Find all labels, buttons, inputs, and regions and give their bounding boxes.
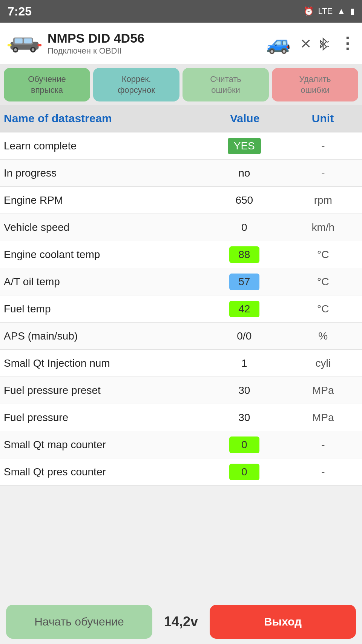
cell-unit: -: [288, 140, 358, 152]
exit-button[interactable]: Выход: [210, 605, 356, 639]
table-row: Fuel pressure preset30MPa: [0, 377, 362, 404]
table-row: Engine RPM650rpm: [0, 187, 362, 214]
th-unit: Unit: [287, 112, 358, 125]
cell-unit: -: [288, 167, 358, 179]
table-row: In progressno-: [0, 160, 362, 187]
bottom-bar: Начать обучение 14,2v Выход: [0, 599, 362, 644]
cell-name: APS (main/sub): [4, 326, 201, 347]
cell-value: 30: [201, 409, 288, 427]
table-row: Small Qt pres counter0-: [0, 458, 362, 486]
header-text: NMPS DID 4D56 Подключен к OBDII: [48, 31, 144, 56]
battery-icon: ▮: [350, 6, 354, 16]
header-action-icons: 🚙 ⨯ ⋮: [266, 32, 354, 55]
korrek-button[interactable]: Коррек.форсунок: [93, 68, 179, 101]
cell-value: 57: [201, 271, 288, 293]
cell-unit: cyli: [288, 357, 358, 369]
svg-line-11: [327, 46, 329, 47]
app-subtitle: Подключен к OBDII: [48, 46, 144, 56]
cell-unit: -: [288, 466, 358, 478]
cell-name: Engine RPM: [4, 190, 201, 211]
svg-point-7: [32, 48, 35, 51]
status-icons: ⏰ LTE ▲ ▮: [304, 6, 355, 16]
schitat-button[interactable]: Считатьошибки: [183, 68, 269, 101]
cell-value: 0: [201, 433, 288, 456]
cell-value: 1: [201, 354, 288, 372]
cell-unit: %: [288, 330, 358, 342]
cell-name: Small Qt Injection num: [4, 353, 201, 374]
th-name: Name of datastream: [4, 112, 202, 125]
svg-rect-2: [15, 38, 23, 44]
table-header: Name of datastream Value Unit: [0, 105, 362, 132]
cell-value: no: [201, 164, 288, 182]
cell-unit: °C: [288, 303, 358, 315]
cell-unit: -: [288, 439, 358, 451]
alarm-icon: ⏰: [304, 6, 314, 16]
voltage-display: 14,2v: [158, 614, 204, 630]
cell-value: 0/0: [201, 327, 288, 345]
signal-icon: ▲: [337, 6, 345, 16]
car-thumbnail: [8, 33, 41, 54]
cell-value: 0: [201, 218, 288, 237]
cell-unit: km/h: [288, 221, 358, 234]
more-menu-icon[interactable]: ⋮: [339, 34, 354, 52]
bluetooth-icon[interactable]: ⨯: [300, 35, 330, 52]
cell-value: 30: [201, 381, 288, 400]
th-value: Value: [202, 112, 287, 125]
cell-unit: MPa: [288, 384, 358, 397]
table-row: APS (main/sub)0/0%: [0, 323, 362, 350]
table-row: Small Qt Injection num1cyli: [0, 350, 362, 377]
table-row: Fuel pressure30MPa: [0, 404, 362, 431]
cell-name: Fuel temp: [4, 298, 201, 320]
svg-rect-3: [24, 38, 32, 44]
table-row: A/T oil temp57°C: [0, 268, 362, 295]
header-left: NMPS DID 4D56 Подключен к OBDII: [8, 31, 144, 56]
cell-value: 42: [201, 298, 288, 320]
cell-name: Vehicle speed: [4, 217, 201, 238]
cell-value: 88: [201, 243, 288, 266]
table-row: Learn completeYES-: [0, 132, 362, 160]
svg-rect-9: [38, 44, 42, 46]
cell-name: Engine coolant temp: [4, 244, 201, 265]
cell-unit: °C: [288, 276, 358, 288]
table-row: Small Qt map counter0-: [0, 431, 362, 458]
cell-value: YES: [201, 135, 288, 157]
obuchenie-button[interactable]: Обучениевпрыска: [4, 68, 90, 101]
cell-name: Learn complete: [4, 135, 201, 157]
table-row: Engine coolant temp88°C: [0, 241, 362, 268]
app-header: NMPS DID 4D56 Подключен к OBDII 🚙 ⨯ ⋮: [0, 23, 362, 64]
status-bar: 7:25 ⏰ LTE ▲ ▮: [0, 0, 362, 23]
cell-name: Small Qt pres counter: [4, 461, 201, 483]
cell-unit: MPa: [288, 412, 358, 424]
lte-label: LTE: [318, 6, 333, 16]
data-table: Learn completeYES-In progressno-Engine R…: [0, 132, 362, 486]
start-learning-button[interactable]: Начать обучение: [6, 605, 152, 639]
cell-unit: rpm: [288, 194, 358, 206]
status-time: 7:25: [8, 5, 32, 18]
cell-value: 650: [201, 191, 288, 209]
svg-point-5: [14, 48, 17, 51]
table-row: Vehicle speed0km/h: [0, 214, 362, 241]
table-row: Fuel temp42°C: [0, 295, 362, 323]
udalit-button[interactable]: Удалитьошибки: [272, 68, 358, 101]
cell-name: Fuel pressure preset: [4, 380, 201, 401]
car-status-icon: 🚙: [266, 32, 291, 55]
cell-name: A/T oil temp: [4, 271, 201, 292]
cell-name: Fuel pressure: [4, 407, 201, 428]
action-buttons: Обучениевпрыска Коррек.форсунок Считатьо…: [0, 64, 362, 105]
app-title: NMPS DID 4D56: [48, 31, 144, 46]
cell-value: 0: [201, 461, 288, 483]
svg-rect-8: [8, 44, 12, 46]
cell-name: In progress: [4, 163, 201, 184]
cell-unit: °C: [288, 249, 358, 261]
svg-line-10: [327, 41, 329, 42]
cell-name: Small Qt map counter: [4, 434, 201, 455]
